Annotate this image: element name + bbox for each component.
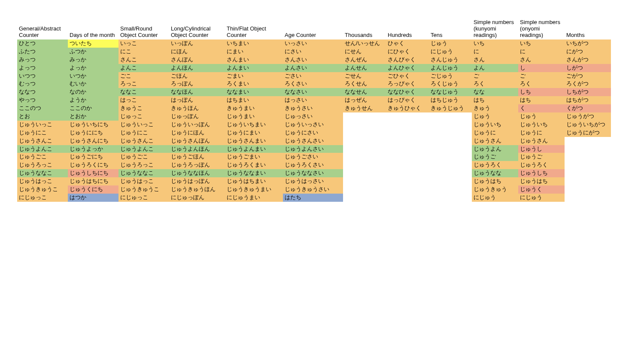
cell-r2-c1: みっか — [68, 56, 118, 64]
cell-r3-c2: よんこ — [118, 64, 169, 72]
cell-r7-c5: はっさい — [283, 96, 343, 104]
cell-r9-c4: じゅうまい — [225, 112, 283, 121]
cell-r9-c3: じゅっぽん — [169, 112, 225, 121]
cell-r8-c1: ここのか — [68, 104, 118, 112]
cell-r5-c8: ろくじゅう — [429, 80, 472, 88]
cell-r9-c8 — [429, 112, 472, 121]
cell-r5-c0: むっつ — [17, 80, 68, 88]
cell-r1-c3: にほん — [169, 48, 225, 56]
cell-r2-c6: さんぜん — [343, 56, 386, 64]
cell-r5-c10: ろく — [518, 80, 565, 88]
cell-r18-c11 — [565, 185, 611, 194]
cell-r7-c3: はっぽん — [169, 96, 225, 104]
cell-r7-c4: はちまい — [225, 96, 283, 104]
cell-r5-c2: ろっこ — [118, 80, 169, 88]
cell-r4-c0: いつつ — [17, 72, 68, 80]
cell-r10-c6 — [343, 121, 386, 129]
cell-r14-c10: じゅうご — [518, 153, 565, 161]
cell-r4-c1: いつか — [68, 72, 118, 80]
cell-r8-c3: きゅうほん — [169, 104, 225, 112]
cell-r3-c11: しがつ — [565, 64, 611, 72]
cell-r10-c11: じゅういちがつ — [565, 121, 611, 129]
cell-r18-c0: じゅうきゅうこ — [17, 185, 68, 194]
cell-r19-c5: はたち — [283, 194, 343, 202]
col-header-4: Thin/Flat Object Counter — [225, 17, 283, 39]
cell-r4-c7: ごひゃく — [386, 72, 429, 80]
col-header-6: Thousands — [343, 17, 386, 39]
cell-r18-c8 — [429, 185, 472, 194]
cell-r5-c4: ろくまい — [225, 80, 283, 88]
cell-r10-c9: じゅういち — [472, 121, 518, 129]
cell-r14-c11 — [565, 153, 611, 161]
cell-r10-c3: じゅういっぽん — [169, 121, 225, 129]
cell-r10-c0: じゅういっこ — [17, 121, 68, 129]
cell-r12-c7 — [386, 137, 429, 145]
cell-r0-c0: ひとつ — [17, 39, 68, 48]
col-header-0: General/Abstract Counter — [17, 17, 68, 39]
cell-r7-c11: はちがつ — [565, 96, 611, 104]
cell-r3-c7: よんひゃく — [386, 64, 429, 72]
cell-r2-c7: さんびゃく — [386, 56, 429, 64]
cell-r14-c3: じゅうごほん — [169, 153, 225, 161]
cell-r10-c7 — [386, 121, 429, 129]
cell-r8-c6: きゅうせん — [343, 104, 386, 112]
col-header-3: Long/Cylindrical Object Counter — [169, 17, 225, 39]
cell-r5-c5: ろくさい — [283, 80, 343, 88]
cell-r0-c9: いち — [472, 39, 518, 48]
cell-r14-c4: じゅうごまい — [225, 153, 283, 161]
cell-r19-c8 — [429, 194, 472, 202]
cell-r17-c1: じゅうはちにち — [68, 177, 118, 185]
cell-r4-c2: ごこ — [118, 72, 169, 80]
cell-r17-c9: じゅうはち — [472, 177, 518, 185]
cell-r11-c8 — [429, 129, 472, 137]
cell-r16-c3: じゅうななほん — [169, 169, 225, 177]
cell-r18-c1: じゅうくにち — [68, 185, 118, 194]
cell-r6-c0: ななつ — [17, 88, 68, 96]
cell-r3-c8: よんじゅう — [429, 64, 472, 72]
cell-r13-c3: じゅうよんほん — [169, 145, 225, 153]
cell-r19-c2: にじゅっこ — [118, 194, 169, 202]
cell-r5-c6: ろくせん — [343, 80, 386, 88]
cell-r9-c10: じゅう — [518, 112, 565, 121]
cell-r18-c5: じゅうきゅうさい — [283, 185, 343, 194]
cell-r12-c0: じゅうさんこ — [17, 137, 68, 145]
cell-r8-c9: きゅう — [472, 104, 518, 112]
cell-r0-c3: いっぽん — [169, 39, 225, 48]
cell-r9-c1: とおか — [68, 112, 118, 121]
cell-r19-c4: にじゅうまい — [225, 194, 283, 202]
col-header-10: Simple numbers (onyomi readings) — [518, 17, 565, 39]
cell-r17-c10: じゅうはち — [518, 177, 565, 185]
cell-r2-c3: さんぼん — [169, 56, 225, 64]
cell-r10-c4: じゅういちまい — [225, 121, 283, 129]
cell-r11-c9: じゅうに — [472, 129, 518, 137]
cell-r17-c5: じゅうはっさい — [283, 177, 343, 185]
cell-r6-c10: しち — [518, 88, 565, 96]
col-header-7: Hundreds — [386, 17, 429, 39]
col-header-2: Small/Round Object Counter — [118, 17, 169, 39]
cell-r15-c11 — [565, 161, 611, 169]
cell-r18-c4: じゅうきゅうまい — [225, 185, 283, 194]
cell-r5-c9: ろく — [472, 80, 518, 88]
cell-r0-c5: いっさい — [283, 39, 343, 48]
col-header-9: Simple numbers (kunyomi readings) — [472, 17, 518, 39]
cell-r0-c4: いちまい — [225, 39, 283, 48]
cell-r4-c4: ごまい — [225, 72, 283, 80]
cell-r12-c8 — [429, 137, 472, 145]
cell-r4-c10: ご — [518, 72, 565, 80]
cell-r16-c2: じゅうななこ — [118, 169, 169, 177]
cell-r6-c2: ななこ — [118, 88, 169, 96]
cell-r12-c4: じゅうさんまい — [225, 137, 283, 145]
cell-r3-c0: よっつ — [17, 64, 68, 72]
cell-r2-c4: さんまい — [225, 56, 283, 64]
cell-r15-c10: じゅうろく — [518, 161, 565, 169]
cell-r1-c10: に — [518, 48, 565, 56]
cell-r1-c0: ふたつ — [17, 48, 68, 56]
cell-r16-c9: じゅうなな — [472, 169, 518, 177]
cell-r16-c7 — [386, 169, 429, 177]
cell-r9-c5: じゅっさい — [283, 112, 343, 121]
cell-r16-c1: じゅうしちにち — [68, 169, 118, 177]
cell-r14-c6 — [343, 153, 386, 161]
cell-r13-c0: じゅうよんこ — [17, 145, 68, 153]
cell-r11-c1: じゅうににち — [68, 129, 118, 137]
cell-r13-c1: じゅうよっか — [68, 145, 118, 153]
